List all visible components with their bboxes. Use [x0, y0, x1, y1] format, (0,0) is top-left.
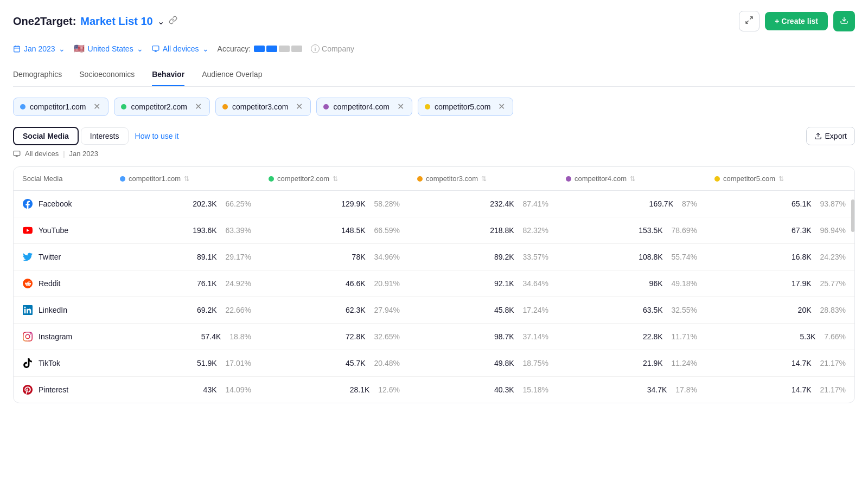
- c4-data-cell: 96K 49.18%: [557, 270, 706, 297]
- c4-count: 22.8K: [643, 332, 663, 341]
- interests-tab[interactable]: Interests: [81, 127, 129, 145]
- c2-count: 46.6K: [346, 279, 366, 288]
- social-media-table: Social Media competitor1.com ⇅: [14, 167, 854, 403]
- c3-data-cell: 40.3K 15.18%: [409, 377, 557, 403]
- competitor-chip-5: competitor5.com ✕: [418, 98, 513, 116]
- date-filter-button[interactable]: Jan 2023 ⌄: [13, 42, 65, 55]
- chip-dot-2: [121, 104, 126, 109]
- pi-icon: [22, 384, 33, 395]
- svg-rect-11: [14, 151, 20, 155]
- export-button[interactable]: Export: [806, 127, 855, 145]
- close-chip-2-button[interactable]: ✕: [194, 102, 203, 111]
- c2-pct: 66.59%: [374, 226, 400, 235]
- c2-pct: 58.28%: [374, 199, 400, 208]
- c2-data-cell: 45.7K 20.48%: [260, 350, 409, 377]
- competitor-chip-2: competitor2.com ✕: [114, 98, 209, 116]
- c1-data-cell: 202.3K 66.25%: [111, 191, 260, 217]
- close-chip-5-button[interactable]: ✕: [497, 102, 506, 111]
- c3-pct: 87.41%: [523, 199, 548, 208]
- social-media-tab[interactable]: Social Media: [13, 127, 79, 145]
- platform-name: Pinterest: [39, 385, 68, 394]
- link-icon[interactable]: [169, 16, 177, 27]
- c5-count: 20K: [798, 306, 812, 314]
- svg-line-0: [750, 17, 753, 20]
- c1-pct: 24.92%: [226, 279, 251, 288]
- c2-data-cell: 62.3K 27.94%: [260, 297, 409, 324]
- c1-pct: 17.01%: [226, 359, 251, 367]
- devices-filter-button[interactable]: All devices ⌄: [152, 42, 209, 55]
- scroll-thumb[interactable]: [851, 199, 854, 232]
- c5-count: 16.8K: [792, 253, 812, 261]
- separator: |: [63, 150, 65, 158]
- sort-icon-c2[interactable]: ⇅: [333, 175, 338, 183]
- competitor-2-label: competitor2.com: [131, 102, 187, 111]
- c4-count: 34.7K: [647, 385, 667, 394]
- accuracy-section: Accuracy:: [218, 44, 302, 53]
- c4-data-cell: 63.5K 32.55%: [557, 297, 706, 324]
- c2-pct: 27.94%: [374, 306, 400, 314]
- tab-demographics[interactable]: Demographics: [13, 65, 62, 86]
- c5-data-cell: 17.9K 25.77%: [706, 270, 854, 297]
- chip-dot-3: [222, 104, 228, 109]
- c2-pct: 20.91%: [374, 279, 400, 288]
- col-header-c5: competitor5.com ⇅: [706, 167, 854, 191]
- tw-icon: [22, 252, 33, 262]
- tab-audience-overlap[interactable]: Audience Overlap: [202, 65, 262, 86]
- c4-pct: 78.69%: [672, 226, 697, 235]
- close-chip-3-button[interactable]: ✕: [295, 102, 304, 111]
- chip-dot-4: [323, 104, 329, 109]
- platform-name: LinkedIn: [39, 306, 67, 314]
- accuracy-label: Accuracy:: [218, 44, 251, 53]
- close-chip-1-button[interactable]: ✕: [92, 102, 101, 111]
- how-to-use-link[interactable]: How to use it: [135, 132, 179, 140]
- social-media-cell: TikTok: [14, 350, 111, 377]
- create-list-button[interactable]: + Create list: [765, 12, 828, 30]
- c1-count: 202.3K: [193, 199, 216, 208]
- tt-icon: [22, 358, 33, 369]
- expand-button[interactable]: [739, 11, 760, 31]
- c4-pct: 11.71%: [672, 332, 697, 341]
- c5-count: 5.3K: [800, 332, 815, 341]
- c4-pct: 49.18%: [672, 279, 697, 288]
- c2-count: 129.9K: [341, 199, 365, 208]
- c3-data-cell: 232.4K 87.41%: [409, 191, 557, 217]
- download-button[interactable]: [833, 11, 855, 31]
- li-icon: [22, 305, 33, 315]
- col-header-social-media: Social Media: [14, 167, 111, 191]
- c1-data-cell: 51.9K 17.01%: [111, 350, 260, 377]
- close-chip-4-button[interactable]: ✕: [396, 102, 405, 111]
- c3-data-cell: 218.8K 82.32%: [409, 217, 557, 244]
- country-filter-button[interactable]: 🇺🇸 United States ⌄: [74, 41, 143, 56]
- social-media-cell: Facebook: [14, 191, 111, 217]
- company-info[interactable]: i Company: [311, 44, 354, 53]
- tab-socioeconomics[interactable]: Socioeconomics: [79, 65, 135, 86]
- c5-count: 65.1K: [792, 199, 812, 208]
- c3-pct: 37.14%: [523, 332, 548, 341]
- c3-data-cell: 98.7K 37.14%: [409, 324, 557, 350]
- fb-icon: [22, 198, 33, 209]
- c3-count: 40.3K: [494, 385, 514, 394]
- c3-pct: 34.64%: [523, 279, 548, 288]
- c5-pct: 24.23%: [820, 253, 846, 261]
- c1-data-cell: 57.4K 18.8%: [111, 324, 260, 350]
- svg-rect-3: [14, 46, 20, 52]
- sort-icon-c3[interactable]: ⇅: [481, 175, 487, 183]
- accuracy-bars: [254, 46, 302, 52]
- ig-icon: [22, 331, 33, 342]
- c4-pct: 32.55%: [672, 306, 697, 314]
- sort-icon-c4[interactable]: ⇅: [630, 175, 635, 183]
- sort-icon-c5[interactable]: ⇅: [778, 175, 784, 183]
- sort-icon-c1[interactable]: ⇅: [184, 175, 189, 183]
- country-flag: 🇺🇸: [74, 43, 85, 54]
- chevron-down-icon[interactable]: ⌄: [157, 16, 164, 27]
- c3-count: 98.7K: [494, 332, 514, 341]
- c4-count: 169.7K: [649, 199, 673, 208]
- c1-pct: 22.66%: [226, 306, 251, 314]
- competitor-1-label: competitor1.com: [30, 102, 86, 111]
- c1-count: 76.1K: [197, 279, 217, 288]
- date-info-label: Jan 2023: [69, 150, 99, 158]
- tab-behavior[interactable]: Behavior: [152, 65, 184, 86]
- c3-count: 45.8K: [494, 306, 514, 314]
- app-name: One2Target:: [13, 15, 76, 28]
- rd-icon: [22, 278, 33, 289]
